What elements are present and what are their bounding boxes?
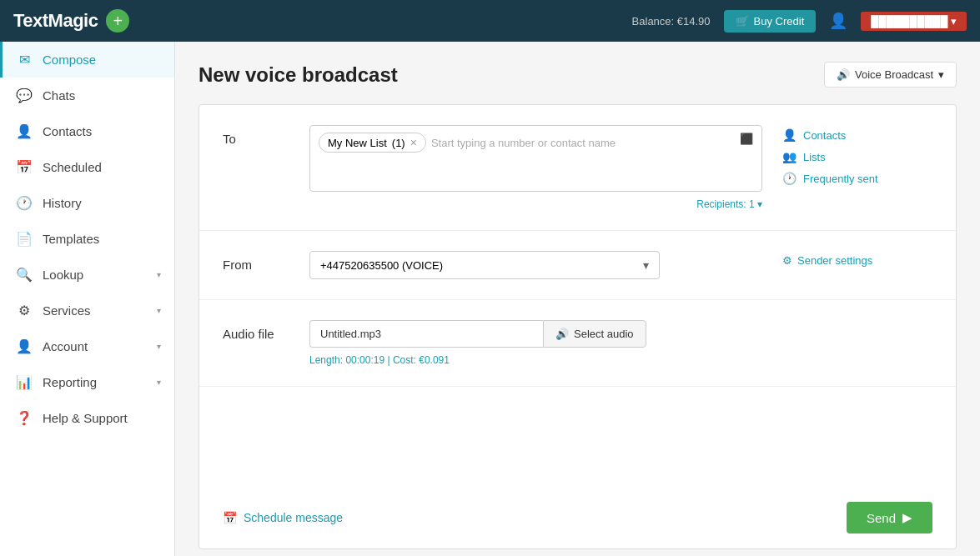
select-audio-label: Select audio [574,328,634,340]
sidebar-item-services[interactable]: ⚙ Services ▾ [0,293,174,328]
audio-input-area: Untitled.mp3 🔊 Select audio Length: 00:0… [309,320,762,366]
sidebar-item-label: Lookup [43,268,83,282]
dropdown-arrow-icon: ▾ [938,68,944,81]
sidebar-item-label: Chats [43,88,75,103]
select-audio-button[interactable]: 🔊 Select audio [543,320,646,348]
header-right: Balance: €14.90 🛒 Buy Credit 👤 █████████… [632,10,967,33]
app-body: ✉ Compose 💬 Chats 👤 Contacts 📅 Scheduled… [0,42,980,556]
sidebar-item-label: History [43,196,82,210]
contacts-link-icon: 👤 [782,128,797,142]
audio-label: Audio file [223,320,289,341]
dropdown-arrow: ▾ [951,15,957,28]
tag-close-button[interactable]: × [410,136,417,149]
send-label: Send [867,511,896,525]
user-name-button[interactable]: ██████████ ▾ [861,12,967,31]
sidebar-item-history[interactable]: 🕐 History [0,185,174,221]
from-input-area: +447520635500 (VOICE) [309,251,762,279]
sidebar-item-label: Reporting [43,375,97,389]
lists-link-icon: 👥 [782,150,797,163]
to-input-box[interactable]: My New List (1) × Start typing a number … [309,125,762,192]
services-icon: ⚙ [16,303,33,318]
from-section: From +447520635500 (VOICE) ⚙ Sender sett… [199,231,956,300]
sidebar: ✉ Compose 💬 Chats 👤 Contacts 📅 Scheduled… [0,42,175,556]
add-button[interactable]: + [106,9,129,33]
frequently-sent-label: Frequently sent [803,173,878,185]
sidebar-item-label: Templates [43,232,99,246]
from-select[interactable]: +447520635500 (VOICE) [320,259,649,272]
sidebar-item-templates[interactable]: 📄 Templates [0,221,174,257]
sidebar-item-lookup[interactable]: 🔍 Lookup ▾ [0,257,174,293]
speaker-icon: 🔊 [837,68,850,81]
main-content: New voice broadcast 🔊 Voice Broadcast ▾ … [175,42,980,556]
buy-credit-button[interactable]: 🛒 Buy Credit [724,10,817,33]
gear-icon: ⚙ [782,254,792,267]
schedule-icon: 📅 [223,511,237,524]
to-side-links: 👤 Contacts 👥 Lists 🕐 Frequently sent [782,125,932,193]
sidebar-item-compose[interactable]: ✉ Compose [0,42,174,78]
chats-icon: 💬 [16,88,33,103]
to-input-area: My New List (1) × Start typing a number … [309,125,762,210]
sender-settings-link[interactable]: ⚙ Sender settings [782,254,932,267]
sender-settings-label: Sender settings [797,254,872,267]
lists-link-label: Lists [803,151,826,163]
schedule-message-link[interactable]: 📅 Schedule message [223,511,343,524]
send-icon: ▶ [902,510,912,525]
sidebar-item-label: Contacts [43,124,92,138]
chevron-icon: ▾ [157,342,161,351]
voice-broadcast-button[interactable]: 🔊 Voice Broadcast ▾ [824,62,957,88]
history-icon: 🕐 [16,195,33,211]
lookup-icon: 🔍 [16,267,33,283]
contacts-link[interactable]: 👤 Contacts [782,128,932,142]
chevron-icon: ▾ [157,270,161,279]
contacts-link-label: Contacts [803,129,846,142]
lists-link[interactable]: 👥 Lists [782,150,932,163]
sidebar-item-chats[interactable]: 💬 Chats [0,78,174,113]
account-icon: 👤 [16,338,33,354]
sidebar-item-label: Help & Support [43,411,128,425]
voice-broadcast-label: Voice Broadcast [855,68,933,81]
sidebar-item-account[interactable]: 👤 Account ▾ [0,328,174,364]
tag-label: My New List [328,137,387,149]
sidebar-item-help[interactable]: ❓ Help & Support [0,400,174,436]
balance-display: Balance: €14.90 [632,15,711,28]
audio-meta: Length: 00:00:19 | Cost: €0.091 [309,354,762,366]
user-name: ██████████ [871,15,947,28]
empty-section [199,387,956,487]
length-label: Length: [309,354,343,366]
send-button[interactable]: Send ▶ [847,502,932,533]
header-left: TextMagic + [13,9,129,33]
page-header: New voice broadcast 🔊 Voice Broadcast ▾ [199,62,957,88]
import-icon[interactable]: ⬛ [740,133,753,153]
sidebar-item-label: Account [43,339,88,353]
templates-icon: 📄 [16,231,33,247]
schedule-label: Schedule message [244,511,343,524]
contacts-icon: 👤 [16,123,33,139]
compose-icon: ✉ [16,52,33,68]
audio-filename: Untitled.mp3 [309,320,543,348]
frequently-sent-link[interactable]: 🕐 Frequently sent [782,172,932,185]
app-header: TextMagic + Balance: €14.90 🛒 Buy Credit… [0,0,980,42]
user-icon: 👤 [829,12,847,30]
to-placeholder: Start typing a number or contact name [431,137,616,149]
from-select-wrapper[interactable]: +447520635500 (VOICE) [309,251,660,279]
reporting-icon: 📊 [16,374,33,390]
audio-file-row: Untitled.mp3 🔊 Select audio [309,320,762,348]
from-side-links: ⚙ Sender settings [782,251,932,267]
chevron-icon: ▾ [157,306,161,315]
length-value: 00:00:19 [345,354,384,366]
speaker-icon: 🔊 [555,328,569,340]
to-label: To [223,125,289,146]
sidebar-item-contacts[interactable]: 👤 Contacts [0,113,174,149]
frequently-sent-icon: 🕐 [782,172,797,185]
user-menu[interactable]: 👤 [829,12,847,30]
chevron-icon: ▾ [157,378,161,387]
logo: TextMagic [13,10,98,32]
audio-section: Audio file Untitled.mp3 🔊 Select audio L… [199,300,956,387]
buy-credit-label: Buy Credit [754,15,805,28]
sidebar-item-scheduled[interactable]: 📅 Scheduled [0,149,174,185]
cost-label: Cost: [393,354,416,366]
form-footer: 📅 Schedule message Send ▶ [199,487,956,548]
sidebar-item-reporting[interactable]: 📊 Reporting ▾ [0,364,174,400]
recipients-link[interactable]: Recipients: 1 ▾ [696,198,762,210]
from-label: From [223,251,289,272]
